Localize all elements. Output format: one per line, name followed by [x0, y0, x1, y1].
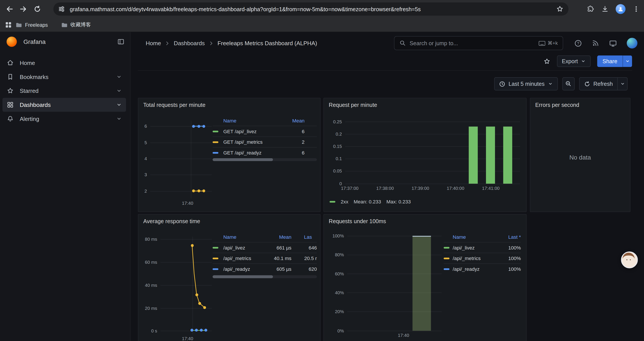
- legend-table: Name Mean Las /api/_livez 661 µs 646 /ap…: [212, 232, 317, 274]
- browser-chrome: Freeleaps 收藏博客: [0, 0, 644, 32]
- legend-col-last[interactable]: Last *: [496, 234, 521, 240]
- panel-title[interactable]: Requests under 100ms: [329, 218, 386, 224]
- search-input[interactable]: Search or jump to... ⌘+k: [394, 36, 563, 50]
- series-mean: 6: [282, 128, 305, 134]
- series-last: 20.5 r: [291, 255, 317, 261]
- legend-row: /api/_readyz 605 µs 620: [212, 263, 317, 274]
- sidebar-item-alerting[interactable]: Alerting: [2, 112, 126, 126]
- refresh-split-button: Refresh: [579, 77, 628, 90]
- chevron-down-icon[interactable]: [116, 88, 122, 94]
- omnibox[interactable]: [53, 3, 568, 16]
- chevron-down-icon[interactable]: [116, 116, 122, 122]
- url-input[interactable]: [69, 6, 556, 13]
- sidebar-item-bookmarks[interactable]: Bookmarks: [2, 70, 126, 84]
- panel-title[interactable]: Errors per second: [535, 102, 579, 108]
- scrollbar-thumb[interactable]: [212, 158, 273, 161]
- rss-news-icon[interactable]: [592, 40, 599, 47]
- reload-button[interactable]: [30, 2, 44, 16]
- y-axis-tick-label: 100%: [332, 233, 344, 238]
- chart-plot-area[interactable]: 6543217:40: [150, 121, 212, 199]
- sidebar-item-home[interactable]: Home: [2, 56, 126, 70]
- legend-col-mean[interactable]: Mean: [266, 234, 291, 240]
- legend-col-name[interactable]: Name: [223, 118, 282, 123]
- chart-point: [191, 244, 194, 247]
- series-color-dash: [212, 247, 218, 248]
- legend-header-row: Name Last *: [444, 232, 521, 242]
- export-button[interactable]: Export: [557, 56, 591, 67]
- clock-icon: [499, 81, 505, 87]
- series-name[interactable]: GET /api/_livez: [223, 128, 282, 134]
- series-name[interactable]: GET /api/_readyz: [223, 150, 282, 156]
- series-name[interactable]: /api/_metrics: [223, 255, 266, 261]
- bookmark-folder-blogs[interactable]: 收藏博客: [57, 20, 94, 30]
- share-label: Share: [602, 58, 617, 64]
- series-name[interactable]: /api/_livez: [453, 245, 496, 250]
- chart-bar: [412, 236, 431, 331]
- chart-plot-area[interactable]: 100%80%60%40%20%0%17:40: [347, 235, 442, 331]
- refresh-interval-chevron[interactable]: [618, 77, 628, 90]
- browser-menu-kebab-icon[interactable]: [632, 5, 640, 13]
- share-split-button: Share: [597, 56, 632, 67]
- favorite-star-icon[interactable]: [544, 58, 550, 65]
- apps-grid-icon[interactable]: [5, 21, 12, 28]
- series-name[interactable]: GET /api/_metrics: [223, 139, 282, 145]
- breadcrumb-home[interactable]: Home: [146, 40, 161, 47]
- sidebar-collapse-button[interactable]: [118, 38, 124, 45]
- breadcrumb-dashboards[interactable]: Dashboards: [174, 40, 205, 47]
- refresh-button[interactable]: Refresh: [579, 77, 618, 90]
- y-axis-tick-label: 0.25: [333, 119, 342, 124]
- series-name[interactable]: 2xx: [341, 199, 348, 204]
- sidebar-item-dashboards[interactable]: Dashboards: [2, 98, 126, 112]
- legend-col-name[interactable]: Name: [453, 234, 496, 240]
- legend-col-name[interactable]: Name: [223, 234, 266, 240]
- bookmark-star-icon[interactable]: [556, 5, 564, 13]
- bell-icon: [6, 115, 14, 122]
- legend-header-row: Name Mean Las: [212, 232, 317, 242]
- site-settings-tune-icon[interactable]: [58, 6, 65, 12]
- series-name[interactable]: /api/_readyz: [223, 266, 266, 272]
- chevron-down-icon[interactable]: [116, 74, 122, 80]
- panel-title[interactable]: Total requests per minute: [143, 102, 206, 108]
- y-axis-tick-label: 40 ms: [145, 283, 157, 287]
- browser-profile-avatar[interactable]: [616, 4, 626, 14]
- series-name[interactable]: /api/_readyz: [453, 266, 496, 272]
- zoom-out-button[interactable]: [562, 77, 574, 90]
- series-last: 620: [291, 266, 317, 272]
- back-button[interactable]: [2, 2, 16, 16]
- panel-title[interactable]: Average response time: [143, 218, 200, 224]
- downloads-icon[interactable]: [601, 5, 609, 13]
- bookmark-folder-freeleaps[interactable]: Freeleaps: [12, 20, 52, 30]
- legend-col-last[interactable]: Las: [291, 234, 317, 240]
- help-icon[interactable]: ?: [574, 39, 582, 47]
- header-divider: [138, 70, 632, 71]
- legend-horizontal-scrollbar[interactable]: [212, 275, 317, 278]
- forward-button[interactable]: [16, 2, 30, 16]
- share-menu-chevron[interactable]: [623, 56, 632, 67]
- extensions-puzzle-icon[interactable]: [587, 5, 594, 13]
- monitor-icon[interactable]: [609, 39, 617, 47]
- folder-icon: [16, 22, 22, 28]
- chart-plot-area[interactable]: 80 ms60 ms40 ms20 ms0 s17:40: [160, 237, 212, 334]
- scrollbar-thumb[interactable]: [212, 275, 273, 278]
- legend-horizontal-scrollbar[interactable]: [212, 158, 317, 161]
- time-toolbar-row: Last 5 minutes Refresh: [494, 77, 628, 90]
- user-avatar[interactable]: [627, 38, 638, 49]
- grafana-logo[interactable]: [6, 37, 17, 47]
- chevron-down-icon[interactable]: [116, 102, 122, 108]
- share-button[interactable]: Share: [597, 56, 622, 67]
- panel-title[interactable]: Request per minute: [329, 102, 377, 108]
- time-range-picker[interactable]: Last 5 minutes: [494, 77, 558, 90]
- legend-header-row: Name Mean: [212, 115, 317, 126]
- y-axis-tick-label: 0 s: [151, 328, 158, 333]
- browser-window: Freeleaps 收藏博客 Grafana: [0, 0, 644, 341]
- y-axis-tick-label: 0.05: [333, 169, 342, 173]
- legend-row: GET /api/_metrics 2: [212, 137, 317, 147]
- chart-plot-area[interactable]: 0.250.20.150.10.05017:37:0017:38:0017:39…: [345, 120, 520, 184]
- refresh-icon: [584, 81, 590, 87]
- series-name[interactable]: /api/_livez: [223, 245, 266, 250]
- legend-col-mean[interactable]: Mean: [282, 118, 305, 123]
- series-name[interactable]: /api/_metrics: [453, 255, 496, 261]
- floating-assistant-avatar[interactable]: [621, 251, 638, 268]
- breadcrumb-current: Freeleaps Metrics Dashboard (ALPHA): [218, 40, 317, 47]
- sidebar-item-starred[interactable]: Starred: [2, 84, 126, 98]
